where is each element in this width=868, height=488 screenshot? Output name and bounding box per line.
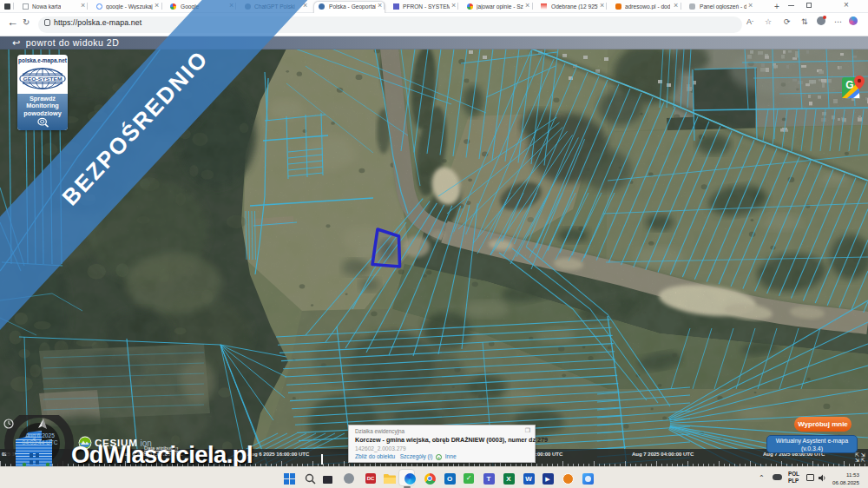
svg-text:G: G <box>845 79 853 91</box>
svg-text:GEO-SYSTEM: GEO-SYSTEM <box>23 76 62 82</box>
